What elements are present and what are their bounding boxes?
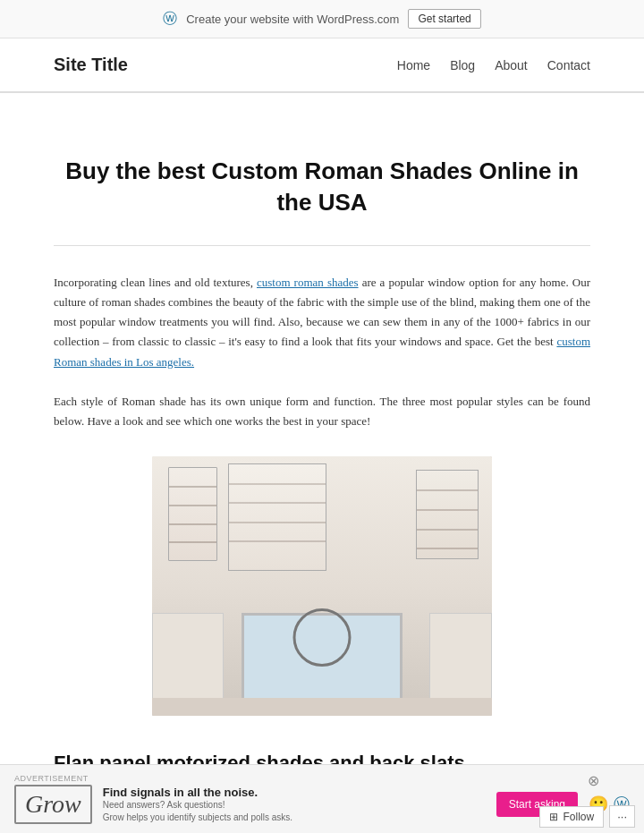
ad-label: Advertisement [14, 774, 89, 783]
ad-subtext: Need answers? Ask questions!Grow helps y… [103, 799, 486, 824]
follow-label: Follow [563, 811, 594, 823]
article-image-wrap [54, 456, 590, 719]
ad-headline: Find signals in all the noise. [103, 786, 486, 799]
nav-blog[interactable]: Blog [450, 58, 475, 72]
link-custom-roman-shades-la[interactable]: custom Roman shades in Los angeles. [54, 335, 590, 368]
site-header: Site Title Home Blog About Contact [0, 38, 644, 92]
nav-home[interactable]: Home [397, 58, 430, 72]
banner-text: Create your website with WordPress.com [186, 13, 399, 26]
follow-button[interactable]: ⊞ Follow [539, 806, 604, 828]
ad-close-button[interactable]: ⊗ [588, 772, 599, 789]
wordpress-icon: ⓦ [163, 10, 177, 29]
article-image [152, 456, 492, 716]
main-nav: Home Blog About Contact [397, 58, 590, 72]
get-started-button[interactable]: Get started [408, 9, 480, 29]
nav-about[interactable]: About [495, 58, 528, 72]
follow-icon: ⊞ [549, 811, 558, 823]
intro-paragraph-1: Incorporating clean lines and old textur… [54, 273, 590, 371]
more-button[interactable]: ··· [609, 805, 635, 828]
nav-contact[interactable]: Contact [547, 58, 590, 72]
intro-paragraph-2: Each style of Roman shade has its own un… [54, 392, 590, 431]
ad-grow-logo: Grow [14, 785, 92, 824]
page-title: Buy the best Custom Roman Shades Online … [54, 156, 590, 218]
main-content: Buy the best Custom Roman Shades Online … [36, 120, 608, 833]
site-title[interactable]: Site Title [54, 55, 128, 75]
link-custom-roman-shades[interactable]: custom roman shades [257, 276, 359, 289]
ad-text: Find signals in all the noise. Need answ… [103, 786, 486, 824]
follow-bar: ⊞ Follow ··· [530, 800, 644, 833]
top-banner: ⓦ Create your website with WordPress.com… [0, 0, 644, 38]
